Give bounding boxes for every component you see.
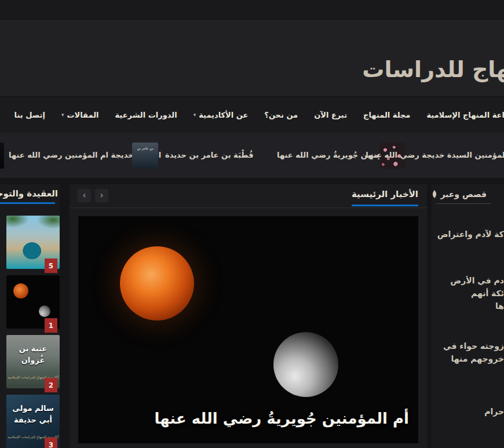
stories-header[interactable]: قصص وعبر: [432, 190, 487, 199]
nav-item-who-we-are[interactable]: من نحن؟: [264, 111, 298, 119]
main-news-header: الأخبار الرئيسية ‹ ›: [70, 184, 427, 208]
caret-down-icon: ▾: [61, 112, 64, 118]
gray-half-moon: [273, 332, 338, 397]
category-post-thumbnail[interactable]: 1: [6, 275, 60, 329]
red-moon-icon: [13, 283, 28, 298]
ticker-item[interactable]: قُطْبَة بن عامر بن حديدة: [165, 151, 253, 159]
ticker-item[interactable]: المؤمنين السيدة خديجة رضي الله عنها: [366, 151, 504, 159]
category-title[interactable]: العقيدة والتوحيد: [0, 188, 58, 199]
page: المنهاج للدراسات اذاعة المنهاج الإسلامية…: [0, 0, 504, 448]
nav-item-contact[interactable]: إتصل بنا: [14, 111, 45, 119]
category-items: 5 1 عتبة بن غُزوان أكاديمية المنهاج للدر…: [0, 216, 60, 448]
post-rank-badge: 3: [45, 438, 57, 448]
site-logo-title[interactable]: المنهاج للدراسات: [362, 57, 504, 82]
gray-moon-icon: [39, 305, 50, 317]
stories-underline: [436, 203, 491, 204]
site-header: المنهاج للدراسات: [0, 20, 504, 96]
post-rank-badge: 5: [45, 258, 57, 273]
nav-item-magazine[interactable]: مجلة المنهاج: [363, 111, 410, 119]
top-bar: [0, 0, 504, 20]
nav-item-sharia-courses[interactable]: الدورات الشرعية: [115, 111, 177, 119]
story-list-item[interactable]: دم في الأرض ئكة أنهم ها: [432, 264, 504, 323]
nav-item-about-academy[interactable]: عن الأكاديمية▾: [193, 111, 249, 119]
category-underline: [0, 202, 55, 204]
chevron-left-icon[interactable]: ‹: [78, 189, 91, 202]
chevron-right-icon[interactable]: ›: [95, 189, 108, 202]
nav-item-articles[interactable]: المقالات▾: [61, 111, 99, 119]
main-news-panel: الأخبار الرئيسية ‹ › أم المؤمنين جُويرية…: [70, 184, 427, 448]
nav-item-radio[interactable]: اذاعة المنهاج الإسلامية: [426, 111, 504, 119]
stories-panel: قصص وعبر كة لآدم واعتراض دم في الأرض ئكة…: [432, 184, 504, 448]
slider-arrows: ‹ ›: [78, 189, 108, 202]
news-ticker: السيدة خديجة ام المؤمنين رضي الله عنها ب…: [0, 133, 504, 178]
category-panel-aqeedah: العقيدة والتوحيد 5 1 عتبة بن غُزوان أكاد…: [0, 184, 60, 448]
category-post-thumbnail[interactable]: 5: [6, 216, 60, 269]
red-eclipse-moon: [120, 246, 194, 320]
story-list-item[interactable]: كة لآدم واعتراض: [432, 205, 504, 264]
post-rank-badge: 2: [45, 378, 57, 392]
ticker-thumbnail[interactable]: [0, 143, 4, 169]
featured-article-caption[interactable]: أم المؤمنين جُويريةُ رضي الله عنها: [154, 410, 409, 427]
main-news-title: الأخبار الرئيسية: [352, 189, 418, 206]
category-post-thumbnail[interactable]: سالم مولى أبي حذيفة أكاديمية المنهاج للد…: [6, 395, 60, 448]
category-post-thumbnail[interactable]: عتبة بن غُزوان أكاديمية المنهاج للدراسات…: [6, 335, 60, 388]
leaf-icon: [432, 190, 437, 198]
thumbnail-title: عتبة بن غُزوان: [6, 343, 60, 366]
featured-article-image[interactable]: أم المؤمنين جُويريةُ رضي الله عنها: [78, 216, 418, 443]
story-list-item[interactable]: زوجته حواء في خروجهم منها: [432, 323, 504, 383]
post-rank-badge: 1: [45, 318, 57, 333]
main-navigation: اذاعة المنهاج الإسلامية مجلة المنهاج تبر…: [0, 96, 504, 133]
nav-row: اذاعة المنهاج الإسلامية مجلة المنهاج تبر…: [14, 97, 504, 133]
stories-list: كة لآدم واعتراض دم في الأرض ئكة أنهم ها …: [432, 205, 504, 442]
story-list-item[interactable]: حرام: [432, 383, 504, 442]
nav-item-donate[interactable]: تبرع الآن: [314, 111, 347, 119]
caret-down-icon: ▾: [193, 112, 196, 118]
thumbnail-title: سالم مولى أبي حذيفة: [6, 403, 60, 425]
ticker-thumbnail[interactable]: بن عامر بن: [132, 143, 158, 169]
stories-title: قصص وعبر: [440, 190, 487, 199]
category-header: العقيدة والتوحيد: [0, 184, 60, 205]
